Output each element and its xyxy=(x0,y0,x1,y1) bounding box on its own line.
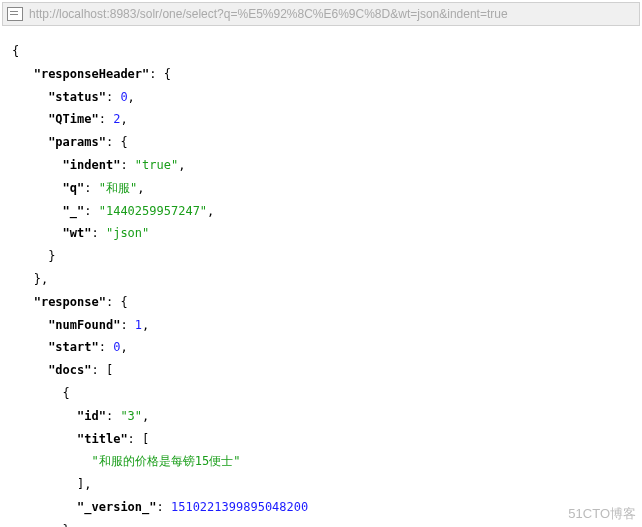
json-key: "q" xyxy=(63,181,85,195)
json-key: "_" xyxy=(63,204,85,218)
json-key: "wt" xyxy=(63,226,92,240)
json-key: "id" xyxy=(77,409,106,423)
json-key: "docs" xyxy=(48,363,91,377)
json-value: "1440259957247" xyxy=(99,204,207,218)
url-bar[interactable]: http://localhost:8983/solr/one/select?q=… xyxy=(2,2,640,26)
json-key: "title" xyxy=(77,432,128,446)
json-key: "_version_" xyxy=(77,500,156,514)
json-response: { "responseHeader": { "status": 0, "QTim… xyxy=(0,34,642,527)
json-key: "indent" xyxy=(63,158,121,172)
page-icon xyxy=(7,7,23,21)
brace: { xyxy=(12,40,640,63)
json-value: 1510221399895048200 xyxy=(171,500,308,514)
json-key: "status" xyxy=(48,90,106,104)
watermark: 51CTO博客 xyxy=(568,505,636,523)
json-key: "QTime" xyxy=(48,112,99,126)
json-value: "3" xyxy=(120,409,142,423)
json-value: 0 xyxy=(113,340,120,354)
json-value: 2 xyxy=(113,112,120,126)
json-key: "start" xyxy=(48,340,99,354)
json-value: "true" xyxy=(135,158,178,172)
json-value: "和服的价格是每镑15便士" xyxy=(91,454,240,468)
json-value: "和服" xyxy=(99,181,137,195)
url-text: http://localhost:8983/solr/one/select?q=… xyxy=(29,7,508,21)
json-key: "numFound" xyxy=(48,318,120,332)
json-value: "json" xyxy=(106,226,149,240)
json-key: "params" xyxy=(48,135,106,149)
json-key: "response" xyxy=(34,295,106,309)
json-key: "responseHeader" xyxy=(34,67,150,81)
json-value: 0 xyxy=(120,90,127,104)
json-value: 1 xyxy=(135,318,142,332)
